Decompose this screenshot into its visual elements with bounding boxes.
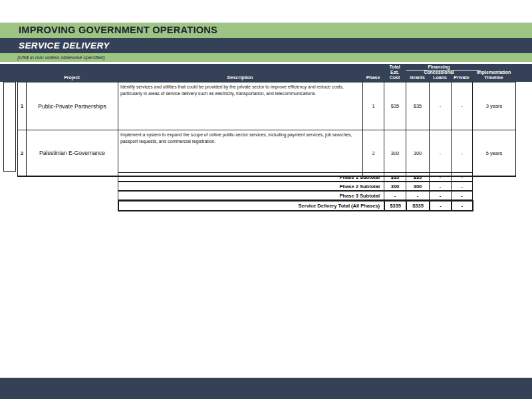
timeline-cell: 5 years [473,130,516,177]
private-cell: - [452,82,473,130]
col-header-timeline: Timeline [472,75,515,80]
phase-cell: 1 [363,82,384,130]
subsection-title-bar: SERVICE DELIVERY [0,38,532,53]
subtotal-private-cell: - [452,182,473,191]
grants-cell: $35 [406,82,430,130]
col-group-financing: Financing [406,65,472,70]
subtotal-private-cell: - [452,173,473,182]
subtotal-label: Phase 2 Subtotal [118,182,384,191]
subtotal-label: Phase 1 Subtotal [118,173,384,182]
row-number-cell: 2 [18,130,27,177]
units-note: (US$ in mm unless otherwise specified) [0,53,532,62]
grants-cell: 300 [406,130,430,177]
col-header-cost: Cost [384,75,406,80]
grand-total-cost-cell: $335 [384,201,406,211]
slide: IMPROVING GOVERNMENT OPERATIONS SERVICE … [0,0,532,399]
grand-total-grants-cell: $335 [406,201,430,211]
project-cell: Palestinian E-Governance [27,130,118,177]
subsection-title: SERVICE DELIVERY [0,38,532,53]
subtotal-row-phase-1: Phase 1 Subtotal $35 $35 - - [118,172,473,182]
loans-cell: - [430,130,452,177]
phase-cell: 2 [363,130,384,177]
loans-cell: - [430,82,452,130]
subtotal-cost-cell: - [384,192,406,200]
subtotal-label: Phase 3 Subtotal [118,192,384,200]
projects-table: 1 Public-Private Partnerships Identify s… [17,82,516,177]
units-note-bar: (US$ in mm unless otherwise specified) [0,53,532,62]
subtotal-grants-cell: $35 [406,173,430,182]
section-title-bar: IMPROVING GOVERNMENT OPERATIONS [0,23,532,38]
left-margin-cell [3,82,16,172]
subtotal-private-cell: - [452,192,473,200]
section-title: IMPROVING GOVERNMENT OPERATIONS [0,23,532,38]
col-header-description: Description [118,75,362,80]
table-row: 2 Palestinian E-Governance Implement a s… [18,130,516,177]
private-cell: - [452,130,473,177]
subtotal-loans-cell: - [430,173,452,182]
subtotal-cost-cell: 300 [384,182,406,191]
col-header-total: Total [384,65,406,70]
description-cell: Implement a system to expand the scope o… [118,130,363,177]
grand-total-private-cell: - [452,201,473,211]
subtotal-grants-cell: - [406,192,430,200]
col-header-private: Private [451,75,472,80]
grand-total-label: Service Delivery Total (All Phases) [118,201,384,211]
description-cell: Identify services and utilities that cou… [118,82,363,130]
row-number-cell: 1 [18,82,27,130]
table-header: Project Description Phase Total Est. Cos… [0,64,532,82]
subtotal-cost-cell: $35 [384,173,406,182]
col-header-loans: Loans [429,75,451,80]
col-header-grants: Grants [406,75,429,80]
col-header-project: Project [26,75,118,80]
subtotal-grants-cell: 300 [406,182,430,191]
footer-bar [0,378,532,399]
col-header-est: Est. [384,70,406,75]
grand-total-row: Service Delivery Total (All Phases) $335… [118,200,473,211]
cost-cell: 300 [384,130,406,177]
grand-total-loans-cell: - [430,201,452,211]
col-header-phase: Phase [362,75,384,80]
subtotal-loans-cell: - [430,182,452,191]
subtotal-loans-cell: - [430,192,452,200]
subtotal-row-phase-2: Phase 2 Subtotal 300 300 - - [118,182,473,191]
cost-cell: $35 [384,82,406,130]
timeline-cell: 3 years [473,82,516,130]
subtotal-row-phase-3: Phase 3 Subtotal - - - - [118,191,473,200]
table-row: 1 Public-Private Partnerships Identify s… [18,82,516,130]
project-cell: Public-Private Partnerships [27,82,118,130]
col-header-concessional: Concessional [406,70,472,75]
col-header-implementation: Implementation [472,70,515,75]
